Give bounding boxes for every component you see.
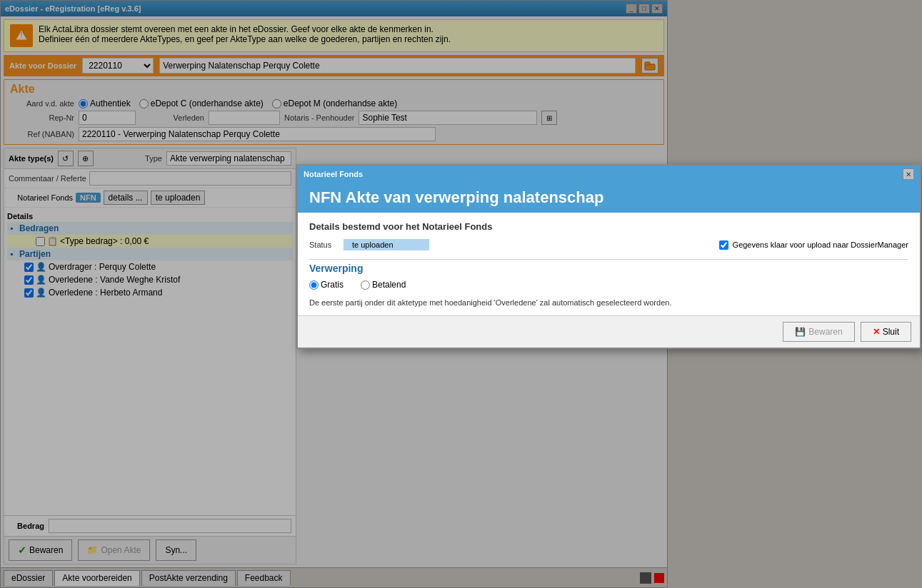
x-icon: ✕ — [873, 327, 880, 337]
modal-window: Notarieel Fonds ✕ NFN Akte van verwerpin… — [296, 164, 921, 349]
modal-save-icon: 💾 — [795, 327, 806, 337]
modal-header: NFN Akte van verwerping nalatenschap — [298, 183, 920, 213]
modal-bewaren-label: Bewaren — [808, 327, 842, 337]
modal-title-bar: Notarieel Fonds ✕ — [298, 166, 920, 183]
modal-header-text: NFN Akte van verwerping nalatenschap — [309, 188, 908, 207]
modal-bewaren-button[interactable]: 💾 Bewaren — [783, 322, 854, 342]
modal-subtitle: Details bestemd voor het Notarieel Fonds — [309, 221, 908, 232]
modal-title-text: Notarieel Fonds — [304, 170, 363, 178]
modal-sluit-label: Sluit — [883, 327, 899, 337]
modal-content: Details bestemd voor het Notarieel Fonds… — [298, 213, 920, 315]
verwerping-options: Gratis Betalend — [309, 280, 908, 290]
verwerping-note: De eerste partij onder dit aktetype met … — [309, 298, 908, 307]
modal-status-value: te uploaden — [344, 239, 429, 250]
upload-checkbox-label: Gegevens klaar voor upload naar DossierM… — [733, 240, 908, 249]
modal-checkbox-row: Gegevens klaar voor upload naar DossierM… — [719, 240, 908, 250]
upload-checkbox[interactable] — [719, 240, 728, 250]
modal-close-button[interactable]: ✕ — [903, 168, 914, 180]
separator — [309, 259, 908, 260]
radio-gratis[interactable]: Gratis — [309, 280, 344, 290]
verwerping-section: Verwerping Gratis Betalend De eerste par… — [309, 263, 908, 307]
radio-betalend[interactable]: Betalend — [361, 280, 406, 290]
modal-footer: 💾 Bewaren ✕ Sluit — [298, 315, 920, 348]
verwerping-title: Verwerping — [309, 263, 908, 274]
modal-status-label: Status — [309, 240, 338, 249]
modal-sluit-button[interactable]: ✕ Sluit — [861, 322, 911, 342]
modal-status-row: Status te uploaden Gegevens klaar voor u… — [309, 239, 908, 250]
